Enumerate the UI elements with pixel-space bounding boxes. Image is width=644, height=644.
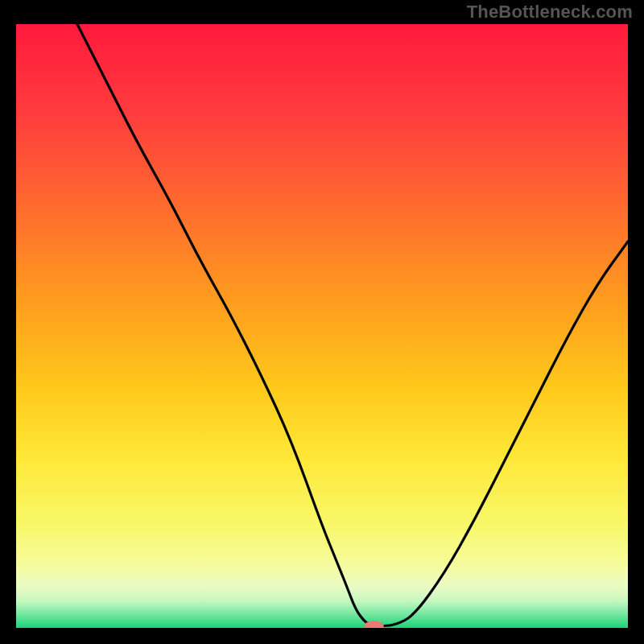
plot-area	[16, 24, 628, 628]
gradient-background	[16, 24, 628, 628]
chart-frame: TheBottleneck.com	[0, 0, 644, 644]
bottleneck-chart	[16, 24, 628, 628]
watermark-text: TheBottleneck.com	[467, 2, 633, 23]
